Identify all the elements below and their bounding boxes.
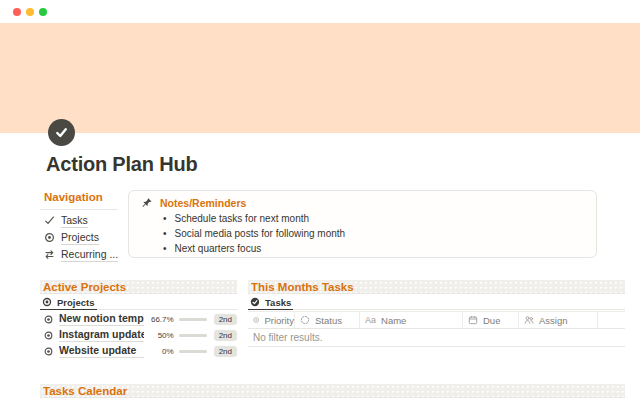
- target-icon: [44, 331, 53, 340]
- column-header-priority[interactable]: Priority: [248, 312, 295, 328]
- project-percent: 50%: [144, 331, 174, 340]
- status-icon: [300, 315, 310, 325]
- column-header-due[interactable]: Due: [463, 312, 519, 328]
- bullet-icon: •: [163, 228, 167, 239]
- notion-window: Action Plan Hub Navigation Tasks Project…: [0, 0, 640, 400]
- priority-badge: 2nd: [214, 314, 237, 325]
- project-row[interactable]: Instagram update 50% 2nd: [40, 327, 237, 343]
- repeat-icon: [44, 249, 55, 260]
- column-header-name[interactable]: Aa Name: [360, 312, 463, 328]
- project-name: Instagram update: [59, 328, 144, 342]
- priority-badge: 2nd: [214, 330, 237, 341]
- bullet-text: Social media posts for following month: [175, 228, 346, 239]
- project-row[interactable]: Website update 0% 2nd: [40, 343, 237, 359]
- tasks-empty-row: No filter results.: [248, 329, 625, 347]
- column-label: Name: [381, 315, 406, 326]
- minimize-window-button[interactable]: [26, 8, 34, 16]
- column-label: Priority: [264, 315, 294, 326]
- nav-link-label: Recurring ...: [61, 248, 118, 262]
- progress-bar: [179, 350, 207, 353]
- projects-table: New notion template 66.7% 2nd Instagram …: [40, 311, 237, 359]
- zoom-window-button[interactable]: [39, 8, 47, 16]
- progress-bar: [179, 318, 207, 321]
- tasks-calendar-heading: Tasks Calendar: [40, 384, 625, 398]
- column-header-assign[interactable]: Assign: [519, 312, 598, 328]
- tab-projects[interactable]: Projects: [40, 296, 97, 310]
- projects-tabbar: Projects: [40, 296, 237, 310]
- no-results-text: No filter results.: [253, 332, 322, 343]
- nav-link-label: Projects: [61, 231, 99, 245]
- nav-link-recurring[interactable]: Recurring ...: [44, 246, 134, 263]
- project-percent: 66.7%: [144, 315, 174, 324]
- column-label: Due: [483, 315, 500, 326]
- notes-callout: Notes/Reminders • Schedule tasks for nex…: [128, 190, 597, 258]
- page-check-circle-icon[interactable]: [48, 119, 75, 146]
- callout-bullet: • Social media posts for following month: [141, 228, 584, 243]
- progress-bar: [179, 334, 207, 337]
- project-name: Website update: [59, 344, 144, 358]
- nav-link-projects[interactable]: Projects: [44, 229, 134, 246]
- pushpin-icon: [141, 197, 153, 209]
- column-label: Assign: [539, 315, 568, 326]
- callout-bullet: • Schedule tasks for next month: [141, 213, 584, 228]
- text-icon: Aa: [365, 315, 376, 325]
- target-icon: [44, 232, 55, 243]
- tasks-tabbar: Tasks: [248, 296, 625, 310]
- bullet-text: Next quarters focus: [175, 243, 262, 254]
- calendar-icon: [468, 315, 478, 325]
- tab-label: Projects: [57, 297, 95, 308]
- page-cover[interactable]: [0, 23, 640, 133]
- people-icon: [524, 315, 534, 325]
- project-percent: 0%: [144, 347, 174, 356]
- month-tasks-heading: This Months Tasks: [248, 280, 625, 294]
- callout-bullet: • Next quarters focus: [141, 243, 584, 258]
- callout-title: Notes/Reminders: [160, 197, 246, 209]
- divider: [40, 209, 118, 210]
- active-projects-heading: Active Projects: [40, 280, 237, 294]
- column-header-status[interactable]: Status: [295, 312, 360, 328]
- bullet-icon: •: [163, 243, 167, 254]
- bullet-text: Schedule tasks for next month: [175, 213, 310, 224]
- nav-link-tasks[interactable]: Tasks: [44, 212, 134, 229]
- tasks-table-header: Priority Status Aa Name Due: [248, 311, 625, 329]
- check-icon: [54, 125, 69, 140]
- titlebar: [0, 0, 640, 23]
- callout-header: Notes/Reminders: [141, 195, 584, 211]
- bullet-icon: •: [163, 213, 167, 224]
- tab-tasks[interactable]: Tasks: [248, 296, 293, 310]
- target-icon: [44, 315, 53, 324]
- priority-icon: [253, 315, 259, 325]
- column-spacer: [598, 312, 625, 328]
- close-window-button[interactable]: [13, 8, 21, 16]
- tab-label: Tasks: [265, 297, 291, 308]
- check-circle-icon: [250, 297, 260, 307]
- navigation-list: Tasks Projects Recurring ...: [44, 212, 134, 263]
- project-row[interactable]: New notion template 66.7% 2nd: [40, 311, 237, 327]
- check-icon: [44, 215, 55, 226]
- page-title: Action Plan Hub: [46, 153, 197, 176]
- priority-badge: 2nd: [214, 346, 237, 357]
- nav-link-label: Tasks: [61, 214, 88, 228]
- navigation-heading: Navigation: [44, 191, 103, 203]
- target-icon: [44, 347, 53, 356]
- target-icon: [42, 297, 52, 307]
- column-label: Status: [315, 315, 342, 326]
- project-name: New notion template: [59, 312, 144, 326]
